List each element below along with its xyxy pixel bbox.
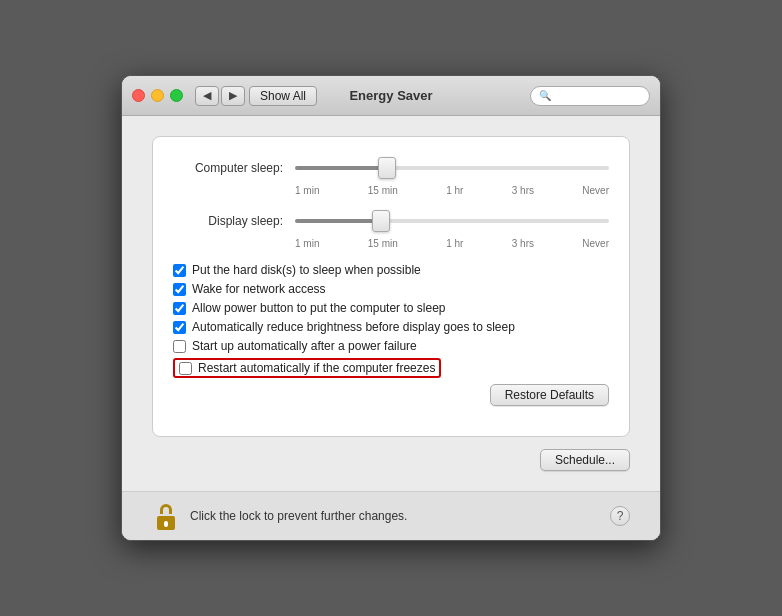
main-content: Computer sleep: 1 min 15 min 1 hr 3 hrs … [122,116,660,491]
checkbox-row-5: Start up automatically after a power fai… [173,339,609,353]
tick-d-3hrs: 3 hrs [512,238,534,249]
tick-1hr: 1 hr [446,185,463,196]
computer-sleep-slider[interactable] [295,166,609,170]
schedule-button[interactable]: Schedule... [540,449,630,471]
restore-defaults-button[interactable]: Restore Defaults [490,384,609,406]
schedule-row: Schedule... [152,449,630,471]
tick-d-never: Never [582,238,609,249]
display-sleep-slider[interactable] [295,219,609,223]
restore-defaults-row: Restore Defaults [173,384,609,406]
display-sleep-row: Display sleep: [173,210,609,232]
back-button[interactable]: ◀ [195,86,219,106]
checkbox-hard-disk-label: Put the hard disk(s) to sleep when possi… [192,263,421,277]
display-sleep-label: Display sleep: [173,214,283,228]
checkbox-row-1: Put the hard disk(s) to sleep when possi… [173,263,609,277]
checkbox-row-4: Automatically reduce brightness before d… [173,320,609,334]
search-box[interactable]: 🔍 [530,86,650,106]
tick-15min: 15 min [368,185,398,196]
forward-button[interactable]: ▶ [221,86,245,106]
footer-lock-text: Click the lock to prevent further change… [190,509,610,523]
show-all-button[interactable]: Show All [249,86,317,106]
maximize-button[interactable] [170,89,183,102]
checkbox-startup-power[interactable] [173,340,186,353]
computer-sleep-slider-container [295,157,609,179]
settings-panel: Computer sleep: 1 min 15 min 1 hr 3 hrs … [152,136,630,437]
computer-sleep-label: Computer sleep: [173,161,283,175]
search-icon: 🔍 [539,90,551,101]
computer-sleep-slider-wrapper [295,157,609,179]
lock-body [157,516,175,530]
checkboxes-section: Put the hard disk(s) to sleep when possi… [173,263,609,378]
display-sleep-ticks: 1 min 15 min 1 hr 3 hrs Never [295,238,609,249]
checkbox-power-button-label: Allow power button to put the computer t… [192,301,445,315]
checkbox-row-6: Restart automatically if the computer fr… [173,358,609,378]
checkbox-wake-network[interactable] [173,283,186,296]
checkbox-row-3: Allow power button to put the computer t… [173,301,609,315]
main-window: ◀ ▶ Show All Energy Saver 🔍 Computer sle… [121,75,661,541]
computer-sleep-ticks: 1 min 15 min 1 hr 3 hrs Never [295,185,609,196]
restart-highlight-box: Restart automatically if the computer fr… [173,358,441,378]
window-title: Energy Saver [349,88,432,103]
checkbox-auto-brightness[interactable] [173,321,186,334]
footer: Click the lock to prevent further change… [122,491,660,540]
lock-keyhole [164,521,168,527]
tick-d-1min: 1 min [295,238,319,249]
tick-d-1hr: 1 hr [446,238,463,249]
display-sleep-slider-wrapper [295,210,609,232]
tick-3hrs: 3 hrs [512,185,534,196]
checkbox-auto-brightness-label: Automatically reduce brightness before d… [192,320,515,334]
checkbox-wake-network-label: Wake for network access [192,282,326,296]
search-input[interactable] [555,90,641,102]
display-sleep-slider-container [295,210,609,232]
help-button[interactable]: ? [610,506,630,526]
minimize-button[interactable] [151,89,164,102]
tick-d-15min: 15 min [368,238,398,249]
checkbox-hard-disk[interactable] [173,264,186,277]
tick-1min: 1 min [295,185,319,196]
lock-shackle [160,504,172,514]
lock-icon[interactable] [152,502,180,530]
checkbox-power-button[interactable] [173,302,186,315]
nav-buttons: ◀ ▶ [195,86,245,106]
checkbox-row-2: Wake for network access [173,282,609,296]
tick-never: Never [582,185,609,196]
close-button[interactable] [132,89,145,102]
checkbox-startup-power-label: Start up automatically after a power fai… [192,339,417,353]
traffic-lights [132,89,183,102]
checkbox-restart-freeze-label: Restart automatically if the computer fr… [198,361,435,375]
computer-sleep-row: Computer sleep: [173,157,609,179]
checkbox-restart-freeze[interactable] [179,362,192,375]
titlebar: ◀ ▶ Show All Energy Saver 🔍 [122,76,660,116]
